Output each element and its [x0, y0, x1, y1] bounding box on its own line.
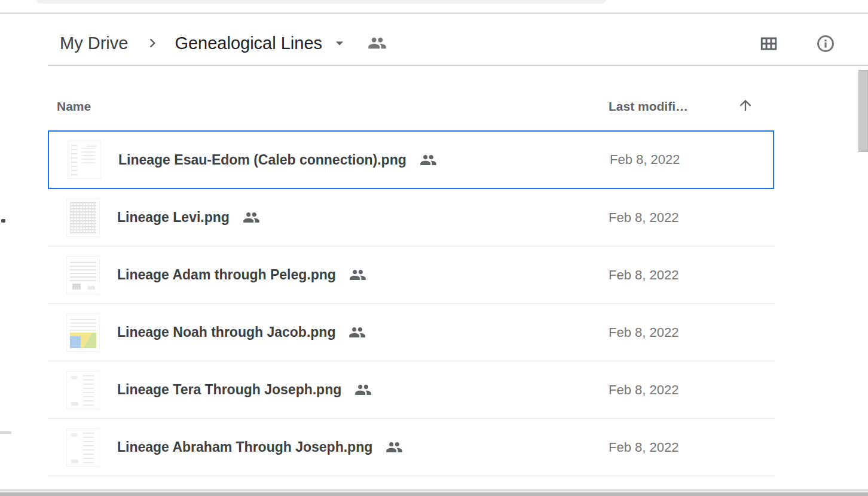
- file-name: Lineage Adam through Peleg.png: [117, 267, 336, 283]
- file-list: Lineage Esau-Edom (Caleb connection).png…: [48, 130, 774, 476]
- folder-shared-people-icon: [368, 34, 387, 53]
- file-thumbnail: [67, 372, 99, 409]
- folder-dropdown-icon[interactable]: [331, 34, 349, 52]
- column-header-last-modified[interactable]: Last modifi…: [609, 99, 688, 114]
- vertical-scrollbar-thumb[interactable]: [858, 70, 868, 152]
- file-modified: Feb 8, 2022: [609, 210, 678, 226]
- grid-view-icon: [759, 34, 778, 53]
- breadcrumb-my-drive[interactable]: My Drive: [60, 34, 128, 53]
- column-header-name[interactable]: Name: [57, 99, 91, 114]
- sidebar-fragment-dash: [0, 431, 11, 434]
- file-thumbnail: [67, 199, 99, 236]
- file-thumbnail: [67, 257, 99, 294]
- chevron-right-icon: [143, 34, 161, 52]
- grid-view-button[interactable]: [759, 34, 779, 54]
- horizontal-scrollbar-thumb[interactable]: [0, 492, 868, 496]
- breadcrumb-current-folder[interactable]: Genealogical Lines: [175, 34, 322, 53]
- top-divider: [0, 13, 868, 14]
- file-row[interactable]: Lineage Levi.png Feb 8, 2022: [48, 189, 774, 247]
- shared-people-icon: [386, 439, 403, 456]
- file-row[interactable]: Lineage Abraham Through Joseph.png Feb 8…: [48, 419, 774, 476]
- file-name: Lineage Tera Through Joseph.png: [117, 382, 341, 398]
- breadcrumb: My Drive Genealogical Lines: [60, 26, 387, 60]
- file-modified: Feb 8, 2022: [610, 152, 680, 168]
- file-name: Lineage Levi.png: [117, 209, 230, 226]
- file-modified: Feb 8, 2022: [609, 325, 678, 340]
- shared-people-icon: [354, 381, 372, 398]
- search-bar-remnant[interactable]: [35, 0, 607, 4]
- info-button[interactable]: [815, 34, 836, 54]
- header-divider: [48, 65, 868, 66]
- file-row[interactable]: Lineage Tera Through Joseph.png Feb 8, 2…: [48, 361, 774, 419]
- file-name: Lineage Esau-Edom (Caleb connection).png: [118, 152, 407, 168]
- file-row[interactable]: Lineage Noah through Jacob.png Feb 8, 20…: [48, 304, 774, 361]
- drive-file-browser: My Drive Genealogical Lines: [0, 0, 868, 496]
- sidebar-fragment-dot: [1, 219, 5, 223]
- shared-people-icon: [349, 324, 366, 341]
- file-row[interactable]: Lineage Adam through Peleg.png Feb 8, 20…: [48, 247, 774, 304]
- file-modified: Feb 8, 2022: [609, 267, 678, 283]
- file-name: Lineage Abraham Through Joseph.png: [117, 439, 372, 455]
- shared-people-icon: [243, 209, 260, 226]
- info-icon: [815, 34, 836, 54]
- file-thumbnail: [67, 429, 99, 466]
- file-modified: Feb 8, 2022: [609, 440, 678, 455]
- shared-people-icon: [420, 151, 437, 169]
- file-modified: Feb 8, 2022: [609, 382, 678, 398]
- sort-ascending-arrow-icon[interactable]: [737, 97, 754, 114]
- file-row[interactable]: Lineage Esau-Edom (Caleb connection).png…: [48, 130, 774, 189]
- file-thumbnail: [68, 141, 100, 178]
- file-name: Lineage Noah through Jacob.png: [117, 324, 335, 340]
- shared-people-icon: [349, 266, 366, 284]
- file-thumbnail: [67, 314, 99, 351]
